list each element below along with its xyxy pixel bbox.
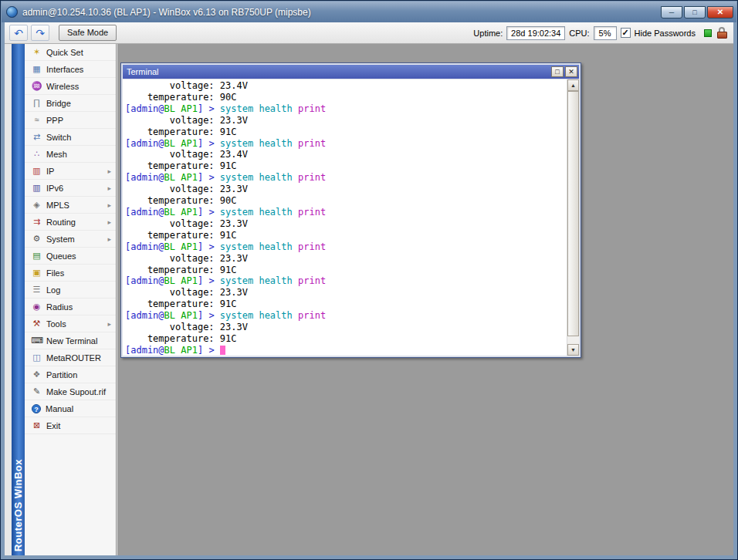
- winbox-app-icon: [6, 6, 18, 18]
- sidebar-item-label: Make Supout.rif: [46, 387, 113, 396]
- minimize-button[interactable]: ─: [661, 6, 682, 19]
- sidebar-item-routing[interactable]: ⇉Routing▸: [25, 214, 116, 231]
- terminal-line: voltage: 23.3V: [125, 115, 567, 127]
- winbox-window: admin@10.254.10.36 (BL AP1) - WinBox v6.…: [0, 0, 738, 560]
- uptime-value: 28d 19:02:34: [506, 26, 565, 40]
- sidebar-item-manual[interactable]: ?Manual: [25, 400, 116, 417]
- sidebar-item-label: Routing: [46, 218, 103, 227]
- sidebar-item-label: Files: [46, 268, 113, 278]
- close-button[interactable]: ✕: [707, 6, 733, 19]
- scroll-down-button[interactable]: ▼: [567, 344, 579, 356]
- scrollbar-thumb[interactable]: [567, 91, 579, 336]
- sidebar-item-system[interactable]: ⚙System▸: [25, 231, 116, 248]
- sidebar-item-ip[interactable]: ▥IP▸: [25, 163, 116, 180]
- terminal-cursor: [220, 346, 225, 355]
- sidebar-item-queues[interactable]: ▤Queues: [25, 248, 116, 265]
- sidebar-item-mesh[interactable]: ∴Mesh: [25, 146, 116, 163]
- sidebar-item-label: Exit: [46, 421, 113, 430]
- ppp-link-icon: ≈: [31, 116, 42, 124]
- sidebar-item-label: IP: [46, 167, 103, 176]
- terminal-line: [admin@BL AP1] > system health print: [125, 310, 567, 322]
- submenu-arrow-icon: ▸: [107, 235, 113, 243]
- wireless-waves-icon: ♒: [31, 82, 42, 90]
- submenu-arrow-icon: ▸: [107, 167, 113, 175]
- sidebar-item-tools[interactable]: ⚒Tools▸: [25, 315, 116, 332]
- window-controls: ─ □ ✕: [661, 6, 733, 19]
- terminal-line: [admin@BL AP1] > system health print: [125, 275, 567, 287]
- partition-icon: ❖: [31, 370, 42, 379]
- terminal-window-controls: □ ✕: [551, 66, 579, 77]
- window-title: admin@10.254.10.36 (BL AP1) - WinBox v6.…: [22, 7, 661, 18]
- terminal-line: temperature: 91C: [125, 160, 567, 172]
- terminal-icon: ⌨: [31, 336, 42, 345]
- sidebar-item-label: MetaROUTER: [46, 353, 113, 363]
- bridge-icon: ∏: [31, 99, 42, 107]
- brand-strip: RouterOS WinBox: [12, 44, 25, 555]
- sidebar-item-switch[interactable]: ⇄Switch: [25, 129, 116, 146]
- log-lines-icon: ☰: [31, 285, 42, 294]
- terminal-line: temperature: 91C: [125, 299, 567, 310]
- terminal-maximize-button[interactable]: □: [551, 66, 564, 77]
- hide-passwords-label: Hide Passwords: [635, 29, 696, 38]
- sidebar-item-label: Partition: [46, 370, 113, 380]
- sidebar-item-label: Switch: [46, 133, 113, 142]
- lock-body: [717, 32, 727, 39]
- sidebar-item-partition[interactable]: ❖Partition: [25, 366, 116, 383]
- submenu-arrow-icon: ▸: [107, 320, 113, 328]
- terminal-line: temperature: 91C: [125, 265, 567, 276]
- terminal-line: temperature: 91C: [125, 127, 567, 138]
- terminal-scrollbar[interactable]: ▲ ▼: [567, 79, 579, 356]
- cpu-value: 5%: [594, 26, 617, 40]
- scroll-up-button[interactable]: ▲: [567, 79, 579, 91]
- terminal-title: Terminal: [127, 67, 551, 76]
- terminal-line: voltage: 23.3V: [125, 322, 567, 333]
- sidebar-item-make-supout[interactable]: ✎Make Supout.rif: [25, 383, 116, 400]
- terminal-line: temperature: 90C: [125, 92, 567, 103]
- client-area: RouterOS WinBox ✶Quick Set▦Interfaces♒Wi…: [5, 44, 733, 555]
- sidebar-item-label: New Terminal: [46, 336, 113, 346]
- folder-icon: ▣: [31, 268, 42, 277]
- safe-mode-button[interactable]: Safe Mode: [59, 25, 117, 41]
- sidebar-item-ipv6[interactable]: ▥IPv6▸: [25, 180, 116, 197]
- terminal-line: voltage: 23.3V: [125, 287, 567, 299]
- lock-icon: [717, 27, 727, 39]
- maximize-button[interactable]: □: [684, 6, 706, 19]
- sidebar-item-bridge[interactable]: ∏Bridge: [25, 95, 116, 112]
- terminal-output[interactable]: voltage: 23.4V temperature: 90C[admin@BL…: [123, 79, 567, 356]
- sidebar-item-label: Tools: [46, 319, 103, 329]
- terminal-titlebar[interactable]: Terminal □ ✕: [123, 65, 579, 79]
- sidebar-item-wireless[interactable]: ♒Wireless: [25, 78, 116, 95]
- sidebar-item-ppp[interactable]: ≈PPP: [25, 112, 116, 129]
- ip-grid-icon: ▥: [31, 167, 42, 175]
- minimize-icon: ─: [669, 8, 674, 16]
- redo-button[interactable]: ↷: [31, 25, 49, 41]
- switch-arrows-icon: ⇄: [31, 133, 42, 141]
- close-icon: ✕: [717, 8, 723, 16]
- terminal-content[interactable]: voltage: 23.4V temperature: 90C[admin@BL…: [123, 79, 579, 356]
- submenu-arrow-icon: ▸: [107, 201, 113, 209]
- terminal-close-button[interactable]: ✕: [565, 66, 577, 77]
- sidebar-item-files[interactable]: ▣Files: [25, 265, 116, 282]
- terminal-line: voltage: 23.4V: [125, 80, 567, 92]
- exit-door-icon: ⊠: [31, 421, 42, 430]
- sidebar-item-mpls[interactable]: ◈MPLS▸: [25, 197, 116, 214]
- sidebar-item-log[interactable]: ☰Log: [25, 282, 116, 299]
- terminal-line: [admin@BL AP1] > system health print: [125, 207, 567, 218]
- submenu-arrow-icon: ▸: [107, 218, 113, 226]
- sidebar-item-label: MPLS: [46, 201, 103, 210]
- sidebar-item-radius[interactable]: ◉Radius: [25, 299, 116, 315]
- hide-passwords-checkbox[interactable]: ✓: [621, 28, 631, 38]
- sidebar-item-exit[interactable]: ⊠Exit: [25, 417, 116, 434]
- sidebar-item-metarouter[interactable]: ◫MetaROUTER: [25, 349, 116, 366]
- check-icon: ✓: [621, 29, 628, 37]
- wand-icon: ✶: [31, 48, 42, 56]
- supout-file-icon: ✎: [31, 387, 42, 396]
- window-titlebar[interactable]: admin@10.254.10.36 (BL AP1) - WinBox v6.…: [2, 2, 736, 22]
- sidebar-item-quick-set[interactable]: ✶Quick Set: [25, 44, 116, 61]
- sidebar-item-interfaces[interactable]: ▦Interfaces: [25, 61, 116, 78]
- workspace-area: Terminal □ ✕ voltage: 23.4V temperature:…: [117, 44, 733, 555]
- toolbar-status-group: Uptime: 28d 19:02:34 CPU: 5% ✓ Hide Pass…: [473, 26, 729, 40]
- sidebar-item-label: Quick Set: [46, 48, 113, 57]
- sidebar-item-new-terminal[interactable]: ⌨New Terminal: [25, 332, 116, 349]
- undo-button[interactable]: ↶: [9, 25, 28, 41]
